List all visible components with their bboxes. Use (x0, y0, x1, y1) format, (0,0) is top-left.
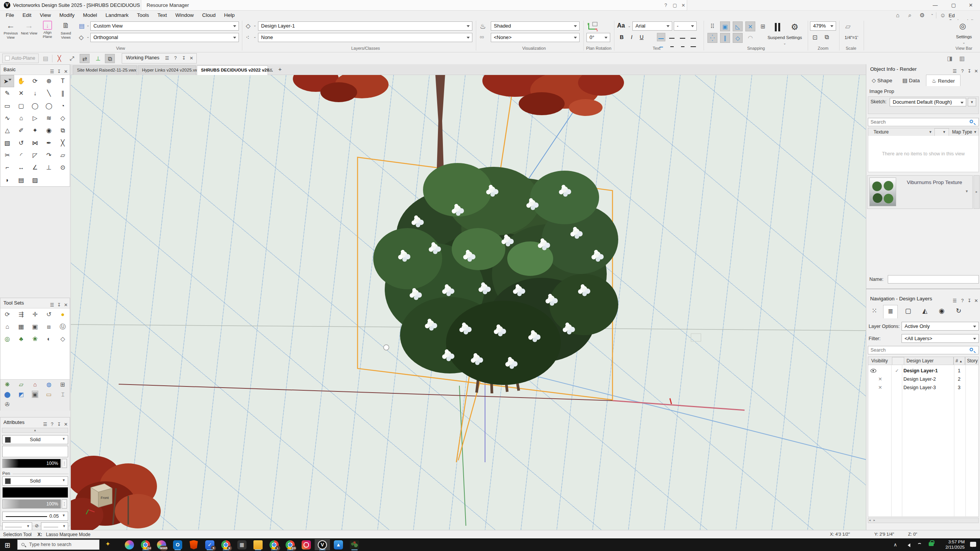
start-button[interactable]: ⊞ (5, 541, 10, 549)
nav-tab-saved-views[interactable]: ◉ (934, 305, 949, 317)
snap-object-icon[interactable]: ▣ (720, 21, 730, 31)
scroll-right-icon[interactable]: ▸ (874, 518, 875, 523)
red-shrub[interactable] (71, 456, 161, 530)
tool-button[interactable]: ▷ (28, 112, 42, 124)
projection-icon[interactable]: ▤ (79, 22, 85, 29)
taskbar-app-button[interactable]: M365 (154, 539, 169, 550)
align-left-button[interactable] (657, 33, 665, 41)
tool-button[interactable]: ▨ (28, 174, 42, 186)
tool-button[interactable]: ⊥ (42, 161, 56, 174)
tool-button[interactable]: ↺ (14, 137, 28, 149)
line-weight-select[interactable]: 0.05▼ (2, 512, 68, 521)
tool-button[interactable]: ◎ (0, 333, 14, 345)
reference-icon[interactable]: ▥ (957, 54, 967, 63)
tool-button[interactable]: ✕ (14, 87, 28, 99)
zoom-objects-icon[interactable]: ⧉ (825, 34, 829, 41)
nav-tab-sheet-layers[interactable]: ▢ (901, 305, 915, 317)
align-justify-button[interactable] (689, 33, 697, 41)
tool-button[interactable]: ⋈ (28, 137, 42, 149)
menu-item[interactable]: Landmark (101, 11, 133, 20)
tab-data[interactable]: ▤ Data (898, 75, 924, 86)
tool-button[interactable]: ✦ (28, 124, 42, 137)
layer-options-select[interactable]: Active Only (902, 322, 979, 331)
zoom-marquee-icon[interactable]: ⊡ (812, 34, 817, 41)
tool-button[interactable]: ⇶ (14, 308, 28, 321)
column-design-layer[interactable]: Design Layer (904, 357, 954, 365)
tool-button[interactable]: △ (0, 124, 14, 137)
tool-button[interactable]: ▢ (14, 100, 28, 112)
suspend-settings-label[interactable]: Suspend Settings (764, 35, 806, 40)
palette-help-icon[interactable]: ? (174, 55, 177, 61)
tool-button[interactable]: ✐ (14, 124, 28, 137)
render-mode-icon[interactable]: ♨ (480, 22, 486, 31)
font-select[interactable]: Arial (632, 21, 672, 31)
palette-pin-icon[interactable]: ↧ (56, 419, 62, 429)
taskbar-app-button[interactable] (250, 539, 266, 550)
class-chevron-icon[interactable]: ⌄ (253, 35, 256, 39)
tool-button[interactable]: ╲ (42, 87, 56, 99)
next-view-button[interactable]: → Next View (21, 21, 38, 36)
suspend-chevron-icon[interactable]: ⌄ (783, 41, 786, 45)
search-icon[interactable]: ⌕ (906, 12, 914, 19)
viewbar-settings-icon[interactable]: ◎ (959, 21, 966, 31)
push-pull-icon[interactable]: ⧉ (105, 54, 115, 63)
zoom-level-select[interactable]: 479% (810, 21, 836, 31)
suspend-snapping-button[interactable] (774, 23, 781, 33)
tool-button[interactable]: ↔ (14, 161, 28, 174)
fill-opacity-menu-icon[interactable]: ⋮ (62, 459, 67, 468)
tool-button[interactable]: ∠ (28, 161, 42, 174)
taskbar-app-button[interactable] (122, 539, 137, 550)
tool-button[interactable]: ◯ (42, 100, 56, 112)
texture-dropdown-icon[interactable]: ▼ (965, 189, 969, 193)
column-blank[interactable]: ▼ (935, 128, 949, 129)
working-plane-icon[interactable]: ⇄ (80, 54, 90, 63)
viewport-icon[interactable]: ◨ (945, 54, 955, 63)
axis-icon[interactable]: ⊥ (93, 54, 103, 63)
layer-row-name[interactable]: Design Layer-3 (903, 383, 936, 392)
tool-button[interactable]: ⟳ (0, 308, 14, 321)
tool-button[interactable]: ♣ (14, 333, 28, 345)
palette-pin-icon[interactable]: ↧ (966, 296, 973, 306)
vpn-lock-icon[interactable] (929, 542, 934, 546)
visibility-off-icon[interactable]: ✕ (878, 375, 882, 383)
taskbar-app-button[interactable]: ▦ (234, 539, 250, 550)
scale-value[interactable]: 1/4"=1' (841, 35, 861, 40)
class-icon[interactable]: ⁖ (246, 34, 249, 41)
tool-button[interactable]: ⌂ (0, 321, 14, 333)
palette-close-icon[interactable]: ✕ (973, 296, 980, 306)
tool-button[interactable]: ◇ (56, 333, 70, 345)
text-style-chevron-icon[interactable]: ⌄ (628, 24, 631, 28)
pen-color-bar[interactable] (2, 487, 68, 498)
saved-views-button[interactable]: 🗎 Saved Views (57, 21, 74, 39)
tool-button[interactable]: ⧈ (42, 321, 56, 333)
taskbar-search[interactable]: Type here to search (17, 540, 100, 550)
settings-chevron-icon[interactable]: ⌄ (962, 41, 965, 44)
tool-button[interactable]: ◇ (56, 112, 70, 124)
screen-plane-icon[interactable]: ╳ (54, 54, 64, 63)
tray-chevron-icon[interactable]: ∧ (893, 542, 897, 548)
column-texture[interactable]: Texture▼ (868, 128, 935, 136)
tool-set-category-button[interactable]: ⌶ (56, 390, 70, 399)
snap-tangent-icon[interactable]: ◠ (745, 33, 755, 43)
gear-icon[interactable]: ⚙ (918, 12, 926, 19)
tool-button[interactable]: ➤ (0, 75, 14, 87)
auto-plane-toggle[interactable]: Auto-Plane (2, 54, 39, 63)
close-button[interactable]: ✕ (965, 1, 977, 10)
taskbar-app-button[interactable] (186, 539, 201, 550)
taskbar-app-button[interactable]: ED (283, 539, 298, 550)
tool-set-category-button[interactable]: ▣ (28, 390, 42, 399)
working-planes-palette[interactable]: Working Planes ☰ ? ↧ ✕ (122, 53, 197, 64)
snap-parallel-icon[interactable]: ∥ (720, 33, 730, 43)
cortana-icon[interactable]: ✦ (105, 540, 110, 548)
tool-button[interactable]: ◐ (42, 333, 56, 345)
basic-palette-header[interactable]: Basic ☰ ↧ ✕ (0, 65, 70, 75)
menu-item[interactable]: View (36, 11, 55, 20)
plane-mode-icon[interactable]: ▤ (41, 54, 51, 63)
tool-button[interactable]: ╳ (56, 137, 70, 149)
tab-close-icon[interactable]: ✕ (269, 67, 273, 72)
menu-item[interactable]: Help (220, 11, 239, 20)
taskbar-app-button[interactable]: O (170, 539, 185, 550)
taskbar-app-button[interactable]: V (315, 539, 330, 550)
render-row-icon[interactable]: ◇ (79, 34, 83, 41)
minimize-button[interactable]: — (929, 1, 941, 10)
